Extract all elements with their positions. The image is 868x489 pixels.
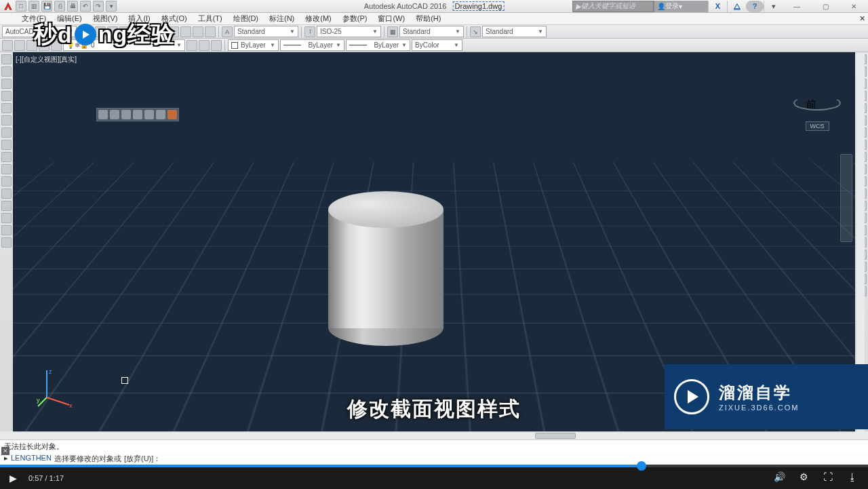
rect-icon[interactable] bbox=[1, 103, 12, 113]
menu-dimension[interactable]: 标注(N) bbox=[264, 13, 300, 25]
menu-window[interactable]: 窗口(W) bbox=[372, 13, 410, 25]
open-icon[interactable]: ▥ bbox=[28, 1, 39, 12]
cmd-close-icon[interactable]: ✕ bbox=[1, 447, 9, 455]
dimstyle-icon[interactable]: ⟟ bbox=[304, 26, 315, 37]
layer-tool-icon[interactable] bbox=[211, 40, 222, 51]
circle-icon[interactable] bbox=[1, 79, 12, 89]
viewport-label[interactable]: [-][自定义视图][真实] bbox=[16, 55, 77, 64]
play-button[interactable]: ▶ bbox=[7, 473, 19, 484]
download-icon[interactable]: ⭳ bbox=[846, 471, 859, 482]
saveas-icon[interactable]: ⎙ bbox=[54, 1, 65, 12]
exchange-a-icon[interactable]: ⧋ bbox=[727, 1, 746, 12]
ml-style-combo[interactable]: Standard▼ bbox=[482, 26, 547, 37]
tablestyle-icon[interactable]: ▦ bbox=[387, 26, 398, 37]
progress-track[interactable] bbox=[0, 465, 868, 467]
visual-styles-toolbar bbox=[96, 108, 179, 121]
help-dropdown-icon[interactable]: ▾ bbox=[764, 1, 783, 12]
lineweight-combo[interactable]: ByLayer▼ bbox=[346, 39, 410, 51]
quick-access-toolbar: □ ▥ 💾 ⎙ 🖶 ↶ ↷ ▾ bbox=[16, 1, 117, 12]
hatch-icon[interactable] bbox=[1, 128, 12, 138]
vs-icon[interactable] bbox=[156, 110, 165, 119]
volume-icon[interactable]: 🔊 bbox=[773, 471, 785, 482]
vs-icon[interactable] bbox=[121, 110, 131, 119]
help-search-input[interactable]: ▶ 键入关键字或短语 bbox=[572, 1, 654, 12]
vs-icon[interactable] bbox=[98, 110, 108, 119]
scrollbar-thumb[interactable] bbox=[535, 433, 576, 439]
progress-knob[interactable] bbox=[637, 461, 646, 471]
ellipse-icon[interactable] bbox=[1, 115, 12, 125]
svg-text:y: y bbox=[37, 397, 40, 404]
layer-tool-icon[interactable] bbox=[199, 40, 210, 51]
table-icon[interactable] bbox=[1, 176, 12, 187]
draw-toolbar bbox=[0, 52, 13, 431]
layer-tool-icon[interactable] bbox=[14, 40, 25, 51]
svg-text:x: x bbox=[69, 402, 73, 408]
help-button[interactable]: ? bbox=[746, 1, 764, 12]
maximize-button[interactable]: ▢ bbox=[811, 0, 840, 13]
linetype-combo[interactable]: ByLayer▼ bbox=[280, 39, 344, 51]
sign-in-button[interactable]: 👤 登录 ▾ bbox=[654, 1, 708, 12]
video-subtitle: 修改截面视图样式 bbox=[347, 395, 521, 423]
horizontal-scrollbar[interactable] bbox=[13, 431, 855, 439]
close-button[interactable]: ✕ bbox=[840, 0, 868, 13]
exchange-x-icon[interactable]: X bbox=[708, 1, 727, 12]
settings-icon[interactable]: ⚙ bbox=[797, 471, 810, 482]
text-icon[interactable] bbox=[1, 213, 12, 223]
wcs-label[interactable]: WCS bbox=[806, 121, 829, 131]
point-icon[interactable] bbox=[1, 152, 12, 162]
pline-icon[interactable] bbox=[1, 66, 12, 77]
viewcube-compass[interactable] bbox=[793, 96, 841, 111]
vs-icon[interactable] bbox=[110, 110, 119, 119]
autocad-window: □ ▥ 💾 ⎙ 🖶 ↶ ↷ ▾ Autodesk AutoCAD 2016 Dr… bbox=[0, 0, 868, 465]
a-icon[interactable] bbox=[1, 237, 12, 248]
dim-style-combo[interactable]: ISO-25▼ bbox=[317, 26, 381, 37]
navigation-bar[interactable] bbox=[840, 154, 852, 242]
svg-line-4 bbox=[47, 397, 69, 405]
svg-text:z: z bbox=[49, 368, 52, 375]
cylinder-solid[interactable] bbox=[328, 191, 443, 346]
mtext-icon[interactable] bbox=[1, 201, 12, 211]
gradient-icon[interactable] bbox=[1, 225, 12, 235]
arc-icon[interactable] bbox=[1, 91, 12, 101]
layer-tool-icon[interactable] bbox=[186, 40, 197, 51]
menu-modify[interactable]: 修改(M) bbox=[300, 13, 337, 25]
time-display: 0:57 / 1:17 bbox=[28, 474, 64, 482]
line-icon[interactable] bbox=[1, 54, 12, 64]
ucs-icon[interactable]: z y x bbox=[37, 367, 77, 408]
color-combo[interactable]: ByLayer▼ bbox=[228, 39, 279, 51]
table-style-combo[interactable]: Standard▼ bbox=[399, 26, 464, 37]
qat-more-icon[interactable]: ▾ bbox=[106, 1, 117, 12]
menu-draw[interactable]: 绘图(D) bbox=[228, 13, 264, 25]
tool-icon[interactable] bbox=[180, 26, 191, 37]
menu-tools[interactable]: 工具(T) bbox=[193, 13, 228, 25]
block-icon[interactable] bbox=[1, 164, 12, 174]
plot-icon[interactable]: 🖶 bbox=[67, 1, 78, 12]
menu-help[interactable]: 帮助(H) bbox=[410, 13, 446, 25]
viewcube[interactable]: 前 WCS bbox=[800, 66, 835, 131]
vs-icon[interactable] bbox=[133, 110, 142, 119]
menu-parametric[interactable]: 参数(P) bbox=[337, 13, 373, 25]
play-circle-icon bbox=[674, 379, 709, 414]
mleaderstyle-icon[interactable]: ↘ bbox=[470, 26, 481, 37]
text-style-combo[interactable]: Standard▼ bbox=[234, 26, 298, 37]
watermark-title: 溜溜自学 bbox=[719, 382, 799, 404]
undo-icon[interactable]: ↶ bbox=[80, 1, 91, 12]
region-icon[interactable] bbox=[1, 189, 12, 199]
redo-icon[interactable]: ↷ bbox=[93, 1, 104, 12]
plotstyle-combo[interactable]: ByColor▼ bbox=[412, 39, 462, 51]
spline-icon[interactable] bbox=[1, 140, 12, 150]
fullscreen-icon[interactable]: ⛶ bbox=[822, 471, 834, 482]
vs-icon[interactable] bbox=[144, 110, 154, 119]
brand-overlay: 秒dng经验 bbox=[34, 19, 175, 50]
tool-icon[interactable] bbox=[193, 26, 203, 37]
command-line[interactable]: ✕ 无法拉长此对象。 ▸ LENGTHEN 选择要修改的对象或 [放弃(U)]： bbox=[0, 439, 868, 465]
tool-icon[interactable] bbox=[205, 26, 216, 37]
layer-tool-icon[interactable] bbox=[2, 40, 13, 51]
vs-icon[interactable] bbox=[167, 110, 177, 119]
textstyle-icon[interactable]: A bbox=[222, 26, 233, 37]
doc-close-button[interactable]: ✕ bbox=[856, 14, 868, 23]
save-icon[interactable]: 💾 bbox=[41, 1, 52, 12]
new-icon[interactable]: □ bbox=[16, 1, 26, 12]
minimize-button[interactable]: — bbox=[783, 0, 811, 13]
cmd-prompt[interactable]: ▸ LENGTHEN 选择要修改的对象或 [放弃(U)]： bbox=[0, 453, 868, 465]
